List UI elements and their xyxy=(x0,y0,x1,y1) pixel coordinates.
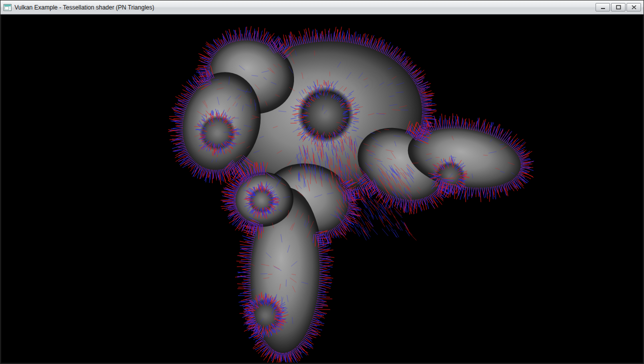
close-button[interactable] xyxy=(626,3,641,12)
window-title: Vulkan Example - Tessellation shader (PN… xyxy=(14,4,154,11)
render-viewport[interactable] xyxy=(2,14,642,362)
maximize-icon xyxy=(616,5,621,10)
minimize-button[interactable] xyxy=(596,3,610,12)
window-controls xyxy=(596,3,641,12)
close-icon xyxy=(632,5,636,10)
maximize-button[interactable] xyxy=(611,3,626,12)
app-icon xyxy=(4,4,12,11)
minimize-icon xyxy=(600,5,606,10)
viewport-container xyxy=(2,14,642,362)
app-window: Vulkan Example - Tessellation shader (PN… xyxy=(0,0,644,364)
titlebar[interactable]: Vulkan Example - Tessellation shader (PN… xyxy=(0,0,644,14)
